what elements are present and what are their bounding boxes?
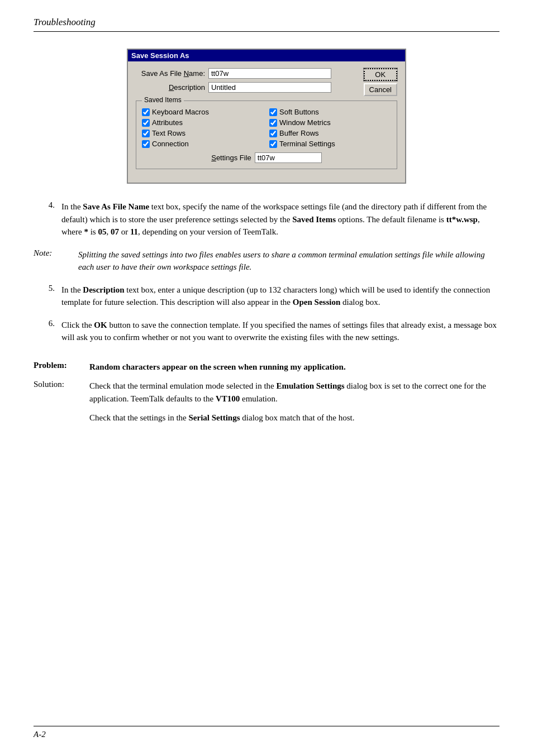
solution-text: Check that the terminal emulation mode s… (89, 380, 499, 405)
item-5-text: In the Description text box, enter a uni… (61, 284, 499, 309)
settings-file-label: Settings File (211, 154, 251, 162)
checkbox-terminal-settings-label: Terminal Settings (279, 140, 335, 148)
item-6-text: Click the OK button to save the connecti… (61, 319, 499, 344)
problem-label: Problem: (34, 361, 89, 374)
description-label: Description (136, 83, 208, 92)
checkbox-soft-buttons: Soft Buttons (269, 108, 391, 116)
ok-button[interactable]: OK (364, 68, 397, 81)
checkboxes-grid: Keyboard Macros Soft Buttons Attributes … (142, 108, 391, 148)
filename-label: Save As File Name: (136, 69, 208, 78)
checkbox-buffer-rows: Buffer Rows (269, 129, 391, 137)
saved-items-group: Saved Items Keyboard Macros Soft Buttons… (136, 101, 397, 169)
checkbox-connection: Connection (142, 140, 264, 148)
page-footer: A-2 (34, 726, 499, 739)
item-5-number: 5. (34, 284, 61, 309)
checkbox-soft-buttons-label: Soft Buttons (279, 108, 319, 116)
note-label: Note: (34, 248, 78, 274)
item-5: 5. In the Description text box, enter a … (34, 284, 499, 309)
solution-label: Solution: (34, 380, 89, 405)
filename-input[interactable] (208, 68, 331, 79)
save-session-dialog: Save Session As Save As File Name: OK Ca… (127, 49, 406, 184)
problem-row: Problem: Random characters appear on the… (34, 361, 499, 374)
description-input[interactable] (208, 82, 331, 93)
checkbox-attributes: Attributes (142, 118, 264, 127)
main-content: 4. In the Save As File Name text box, sp… (34, 200, 499, 424)
item-4-text: In the Save As File Name text box, speci… (61, 200, 499, 238)
checkbox-attributes-label: Attributes (152, 118, 183, 127)
description-row: Description (136, 82, 397, 93)
group-label: Saved Items (142, 96, 184, 104)
dialog-body: Save As File Name: OK Cancel Description… (128, 61, 405, 183)
checkbox-keyboard-macros-label: Keyboard Macros (152, 108, 209, 116)
solution-para: Check that the settings in the Serial Se… (34, 412, 499, 424)
solution-para-text: Check that the settings in the Serial Se… (89, 412, 499, 424)
checkbox-terminal-settings: Terminal Settings (269, 140, 391, 148)
dialog-title: Save Session As (131, 51, 189, 60)
item-6-number: 6. (34, 319, 61, 344)
checkbox-keyboard-macros-input[interactable] (142, 108, 150, 116)
checkbox-window-metrics: Window Metrics (269, 118, 391, 127)
checkbox-text-rows: Text Rows (142, 129, 264, 137)
checkbox-buffer-rows-label: Buffer Rows (279, 129, 319, 137)
page-header: Troubleshooting (34, 17, 499, 32)
checkbox-connection-label: Connection (152, 140, 189, 148)
item-4-number: 4. (34, 200, 61, 238)
page-number: A-2 (34, 730, 46, 739)
note-text: Splitting the saved settings into two fi… (78, 248, 499, 274)
checkbox-soft-buttons-input[interactable] (269, 108, 277, 116)
checkbox-attributes-input[interactable] (142, 119, 150, 127)
header-title: Troubleshooting (34, 17, 96, 27)
checkbox-terminal-settings-input[interactable] (269, 140, 277, 148)
checkbox-text-rows-input[interactable] (142, 130, 150, 137)
note-block: Note: Splitting the saved settings into … (34, 248, 499, 274)
checkbox-keyboard-macros: Keyboard Macros (142, 108, 264, 116)
settings-file-input[interactable] (255, 152, 322, 163)
settings-file-row: Settings File (142, 152, 391, 163)
dialog-titlebar: Save Session As (128, 50, 405, 61)
item-6: 6. Click the OK button to save the conne… (34, 319, 499, 344)
item-4: 4. In the Save As File Name text box, sp… (34, 200, 499, 238)
checkbox-window-metrics-label: Window Metrics (279, 118, 331, 127)
solution-row: Solution: Check that the terminal emulat… (34, 380, 499, 405)
problem-block: Problem: Random characters appear on the… (34, 361, 499, 424)
filename-row: Save As File Name: OK Cancel (136, 68, 397, 79)
checkbox-text-rows-label: Text Rows (152, 129, 185, 137)
dialog-container: Save Session As Save As File Name: OK Ca… (127, 49, 406, 184)
solution-indent (34, 412, 89, 424)
checkbox-connection-input[interactable] (142, 140, 150, 148)
checkbox-buffer-rows-input[interactable] (269, 130, 277, 137)
problem-text: Random characters appear on the screen w… (89, 361, 499, 374)
checkbox-window-metrics-input[interactable] (269, 119, 277, 127)
